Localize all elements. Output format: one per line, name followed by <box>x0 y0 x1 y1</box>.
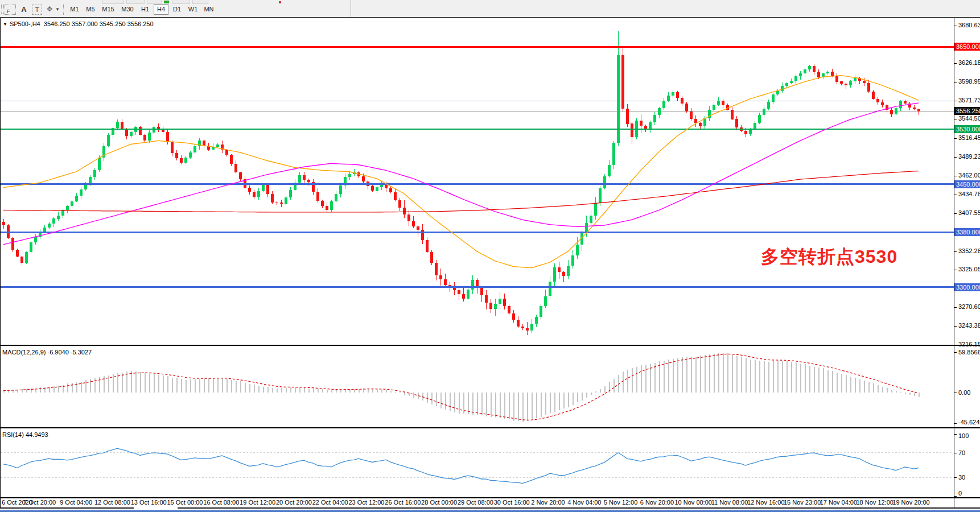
price-line-badge: 3300.000 <box>954 283 980 291</box>
price-axis-label: 3325.055 <box>958 266 980 272</box>
date-axis-label: 11 Nov 08:00 <box>711 499 748 506</box>
price-axis-label: 3216.155 <box>958 341 980 348</box>
date-axis-label: 28 Oct 00:00 <box>421 499 457 506</box>
price-line-badge: 3650.000 <box>954 43 980 51</box>
date-axis-label: 26 Oct 16:00 <box>385 499 421 506</box>
macd-axis-label: 59.8566 <box>958 349 980 356</box>
date-axis-label: 18 Nov 12:00 <box>856 499 893 506</box>
price-axis-label: 3598.955 <box>958 78 980 85</box>
price-axis-label: 3434.780 <box>958 191 980 197</box>
macd-pane-label: MACD(12,26,9) -6.9040 -5.3027 <box>2 349 92 356</box>
price-line-badge: 3380.000 <box>954 228 980 236</box>
date-axis-label: 5 Nov 12:00 <box>604 499 637 506</box>
symbol-info-bar[interactable]: ▼SP500-,H4 3546.250 3557.000 3545.250 35… <box>3 20 154 27</box>
price-axis-label: 3680.630 <box>958 22 980 28</box>
price-axis-label: 3571.730 <box>958 97 980 104</box>
date-axis-label: 17 Nov 04:00 <box>820 499 857 506</box>
rsi-pane-label: RSI(14) 44.9493 <box>2 431 48 438</box>
price-axis-label: 3352.280 <box>958 247 980 254</box>
date-axis-label: 13 Oct 16:00 <box>131 499 167 506</box>
symbol-ohlc-values: 3546.250 3557.000 3545.250 3556.250 <box>44 20 154 27</box>
price-line-badge: 3530.000 <box>954 125 980 133</box>
price-line-badge: 3556.250 <box>954 107 980 115</box>
rsi-axis-label: 0 <box>958 490 962 497</box>
date-axis-label: 15 Oct 00:00 <box>167 499 203 506</box>
date-axis-label: 16 Oct 08:00 <box>203 499 239 506</box>
price-line-badge: 3450.000 <box>954 180 980 188</box>
price-axis-label: 3516.455 <box>958 134 980 141</box>
date-axis-label: 19 Nov 20:00 <box>892 499 929 506</box>
rsi-axis-label: 70 <box>958 449 965 456</box>
macd-axis-label: -45.6249 <box>958 419 980 426</box>
date-axis-label: 6 Nov 20:00 <box>640 499 674 506</box>
date-axis-label: 19 Oct 12:00 <box>240 499 275 506</box>
date-axis-label: 9 Oct 04:00 <box>60 499 92 506</box>
date-axis-label: 10 Nov 00:00 <box>674 499 711 506</box>
price-axis-label: 3243.380 <box>958 322 980 329</box>
symbol-name: SP500-,H4 <box>10 20 40 27</box>
date-axis-label: 22 Oct 04:00 <box>312 499 348 506</box>
rsi-axis-label: 100 <box>958 432 969 439</box>
price-axis-label: 3626.180 <box>958 59 980 66</box>
date-axis-label: 4 Nov 04:00 <box>567 499 601 506</box>
price-axis-label: 3462.005 <box>958 172 980 179</box>
macd-axis-label: 0.00 <box>958 389 970 396</box>
price-axis-label: 3489.230 <box>958 153 980 160</box>
symbol-dropdown-icon[interactable]: ▼ <box>3 22 7 27</box>
annotation-text: 多空转折点3530 <box>761 245 897 270</box>
date-axis-label: 20 Oct 20:00 <box>276 499 312 506</box>
date-axis-label: 2 Nov 20:00 <box>531 499 565 506</box>
date-axis-label: 23 Oct 12:00 <box>349 499 385 506</box>
trading-app-window: F A T ✥ ▾ M1M5M15M30H1H4D1W1MN <box>0 0 980 512</box>
date-axis-label: 12 Nov 16:00 <box>747 499 784 506</box>
date-axis-label: 29 Oct 08:00 <box>458 499 493 506</box>
date-axis-label: 12 Oct 08:00 <box>94 499 130 506</box>
price-axis-label: 3544.505 <box>958 115 980 122</box>
date-axis-label: 7 Oct 20:00 <box>23 499 56 506</box>
rsi-axis-label: 30 <box>958 474 965 481</box>
date-axis-label: 30 Oct 16:00 <box>494 499 530 506</box>
date-axis-label: 15 Nov 23:00 <box>784 499 821 506</box>
price-axis-label: 3407.555 <box>958 209 980 216</box>
price-axis-label: 3270.605 <box>958 303 980 310</box>
